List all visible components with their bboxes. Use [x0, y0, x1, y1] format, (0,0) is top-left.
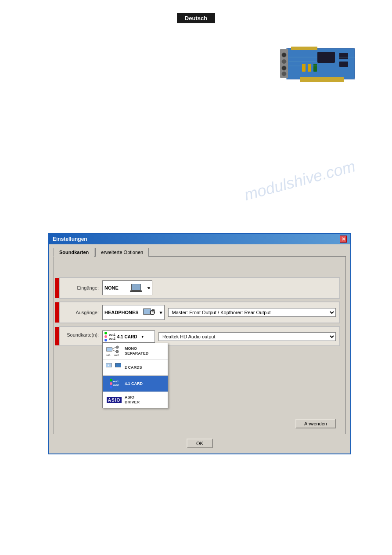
eingang-label: Eingänge: — [64, 285, 99, 290]
anwenden-button[interactable]: Anwenden — [295, 419, 336, 428]
tab-content: Eingänge: NONE ▼ — [54, 256, 346, 434]
eingang-row: Eingänge: NONE ▼ — [59, 277, 340, 299]
dropdown-item-mono[interactable]: out1 out2 MONOSEPARATED — [103, 343, 168, 359]
ausgang-row: Ausgänge: HEADPHONES — [59, 301, 340, 323]
settings-dialog: Einstellungen ✕ Soundkarten erweiterte O… — [48, 233, 351, 454]
eingang-select-wrapper[interactable]: NONE ▼ — [102, 280, 152, 295]
two-cards-icon: + — [105, 361, 123, 374]
svg-point-9 — [282, 66, 286, 70]
ausgang-select[interactable]: HEADPHONES ▼ — [102, 305, 165, 320]
svg-text:+: + — [108, 364, 109, 367]
eingang-dropdown-arrow: ▼ — [147, 286, 150, 290]
ausgang-output-select[interactable]: Master: Front Output / Kopfhörer: Rear O… — [168, 308, 336, 317]
svg-rect-12 — [308, 64, 311, 72]
svg-rect-20 — [132, 284, 140, 290]
eingang-select[interactable]: NONE ▼ — [102, 280, 152, 295]
dialog-titlebar: Einstellungen ✕ — [49, 234, 350, 244]
anwenden-row: Anwenden — [59, 419, 340, 428]
headphones-icon — [140, 306, 156, 319]
soundkarten-select[interactable]: out1 out2 4.1 CARD ▼ — [102, 330, 155, 343]
ok-button[interactable]: OK — [187, 439, 213, 448]
ausgang-value: HEADPHONES — [104, 310, 139, 315]
eingang-value: NONE — [104, 285, 126, 290]
dialog-title: Einstellungen — [53, 236, 87, 242]
four-one-card-icon: out1 out2 — [105, 377, 123, 390]
svg-rect-3 — [317, 52, 335, 63]
close-icon: ✕ — [342, 236, 345, 242]
svg-line-29 — [112, 350, 116, 352]
mono-separated-icon: out1 out2 — [105, 345, 123, 357]
svg-rect-27 — [107, 348, 112, 351]
svg-rect-23 — [144, 309, 151, 314]
soundkarten-value: 4.1 CARD — [117, 334, 139, 339]
svg-point-8 — [282, 59, 286, 64]
svg-rect-11 — [302, 64, 306, 72]
svg-point-30 — [116, 346, 119, 348]
svg-point-31 — [116, 350, 119, 353]
soundkarten-red-marker — [55, 327, 59, 345]
svg-rect-2 — [300, 77, 344, 82]
soundkarten-dropdown-menu: out1 out2 MONOSEPARATED — [102, 343, 168, 408]
ausgang-select-wrapper[interactable]: HEADPHONES ▼ — [102, 305, 165, 320]
dropdown-item-2cards[interactable]: + 2 CARDS — [103, 359, 168, 376]
svg-rect-38 — [115, 363, 121, 367]
soundkarten-output-select[interactable]: Realtek HD Audio output — [158, 332, 336, 341]
ausgang-dropdown-arrow: ▼ — [159, 311, 162, 315]
svg-rect-13 — [313, 64, 317, 72]
ausgang-wide-select[interactable]: Master: Front Output / Kopfhörer: Rear O… — [168, 308, 336, 317]
tab-soundkarten[interactable]: Soundkarten — [54, 248, 94, 257]
laptop-icon — [128, 282, 144, 294]
tab-bar: Soundkarten erweiterte Optionen — [54, 248, 346, 257]
dialog-content: Soundkarten erweiterte Optionen Eingänge… — [49, 244, 350, 453]
out-labels: out1 out2 — [109, 333, 115, 341]
dropdown-item-asio[interactable]: ASIO ASIODRIVER — [103, 392, 168, 408]
two-cards-label: 2 CARDS — [125, 365, 142, 370]
svg-text:out2: out2 — [114, 354, 119, 356]
asio-driver-icon: ASIO — [105, 394, 123, 406]
svg-text:out1: out1 — [106, 354, 111, 356]
ausgang-red-marker — [55, 302, 59, 323]
svg-point-10 — [282, 72, 286, 76]
asio-driver-label: ASIODRIVER — [125, 395, 140, 405]
soundkarten-select-container: out1 out2 4.1 CARD ▼ — [102, 330, 155, 343]
soundkarten-label: Soundkarte(n): — [64, 332, 99, 337]
four-one-card-label: 4.1 CARD — [125, 381, 143, 386]
content-spacer — [59, 261, 340, 274]
soundkarten-wide-select[interactable]: Realtek HD Audio output — [158, 332, 336, 341]
tab-erweiterte-optionen[interactable]: erweiterte Optionen — [95, 248, 149, 257]
svg-point-7 — [282, 53, 286, 57]
ok-row: OK — [54, 439, 346, 448]
svg-rect-5 — [339, 62, 348, 67]
mono-separated-label: MONOSEPARATED — [125, 346, 148, 356]
soundkarten-dropdown-arrow: ▼ — [141, 335, 144, 339]
watermark: modulshive.com — [242, 157, 357, 204]
svg-rect-4 — [339, 53, 348, 59]
eingang-red-marker — [55, 278, 59, 298]
dropdown-item-4-1-card[interactable]: out1 out2 4.1 CARD — [103, 376, 168, 392]
svg-rect-14 — [291, 47, 317, 50]
svg-line-28 — [112, 347, 116, 349]
connector-dots-icon — [104, 332, 107, 341]
svg-rect-21 — [130, 290, 142, 292]
soundkarten-row: Soundkarte(n): out1 out2 — [59, 326, 340, 346]
deutsch-button[interactable]: Deutsch — [177, 13, 215, 23]
ausgang-label: Ausgänge: — [64, 310, 99, 315]
soundcard-image — [278, 40, 366, 88]
dialog-close-button[interactable]: ✕ — [340, 236, 347, 243]
